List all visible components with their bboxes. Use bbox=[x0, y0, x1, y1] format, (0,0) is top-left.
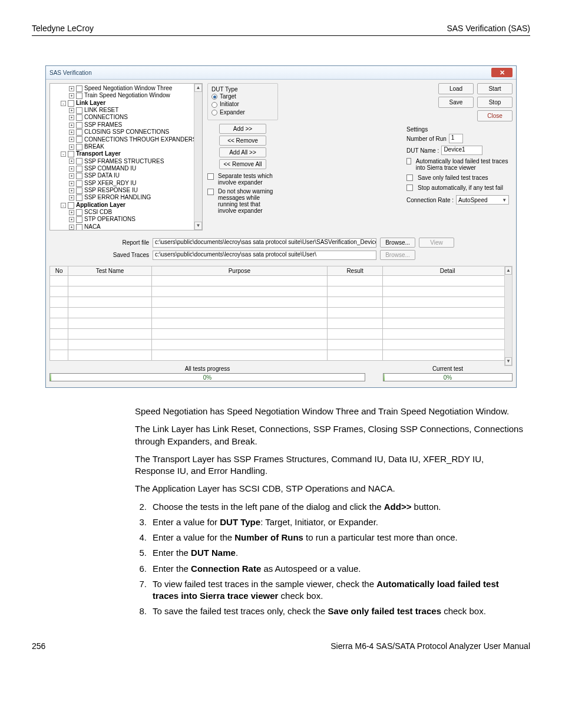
tree-item[interactable]: +NACA bbox=[50, 223, 202, 230]
dut-name-input[interactable]: Device1 bbox=[441, 146, 482, 155]
tree-scrollbar[interactable]: ▲ ▼ bbox=[194, 84, 202, 230]
scroll-up-icon[interactable]: ▲ bbox=[194, 84, 202, 92]
expand-icon[interactable]: + bbox=[69, 93, 74, 98]
save-failed-checkbox[interactable] bbox=[406, 174, 413, 181]
tree-item[interactable]: +SSP DATA IU bbox=[50, 172, 202, 179]
num-run-input[interactable]: 1 bbox=[449, 134, 463, 143]
current-test-label: Current test bbox=[383, 365, 513, 372]
expand-icon[interactable]: + bbox=[69, 115, 74, 120]
tree-checkbox[interactable] bbox=[76, 85, 82, 92]
tree-item[interactable]: -Application Layer bbox=[50, 202, 202, 209]
expand-icon[interactable]: + bbox=[69, 173, 74, 179]
expand-icon[interactable]: + bbox=[69, 181, 74, 186]
tree-checkbox[interactable] bbox=[76, 216, 82, 223]
tree-item[interactable]: +CONNECTIONS bbox=[50, 114, 202, 121]
report-file-input[interactable]: c:\users\public\documents\lecroy\sas sat… bbox=[153, 238, 376, 248]
expand-icon[interactable]: + bbox=[69, 217, 74, 222]
tree-checkbox[interactable] bbox=[68, 202, 74, 209]
tree-item[interactable]: +LINK RESET bbox=[50, 107, 202, 114]
tree-item[interactable]: +CLOSING SSP CONNECTIONS bbox=[50, 129, 202, 136]
tree-checkbox[interactable] bbox=[76, 209, 82, 216]
expand-icon[interactable]: - bbox=[61, 151, 66, 157]
tree-checkbox[interactable] bbox=[76, 122, 82, 129]
option-checkbox[interactable] bbox=[207, 189, 214, 195]
tree-item[interactable]: +SSP XFER_RDY IU bbox=[50, 180, 202, 187]
scroll-down-icon[interactable]: ▼ bbox=[194, 222, 202, 230]
expand-icon[interactable]: - bbox=[61, 203, 66, 208]
expand-icon[interactable]: + bbox=[69, 137, 74, 142]
tree-checkbox[interactable] bbox=[76, 144, 82, 150]
stop-button[interactable]: Stop bbox=[477, 97, 513, 108]
tree-checkbox[interactable] bbox=[76, 173, 82, 179]
report-view-button[interactable]: View bbox=[419, 238, 454, 248]
tree-item[interactable]: +SCSI CDB bbox=[50, 209, 202, 216]
tree-checkbox[interactable] bbox=[76, 195, 82, 201]
tree-checkbox[interactable] bbox=[76, 224, 82, 230]
saved-traces-input[interactable]: c:\users\public\documents\lecroy\sas sat… bbox=[153, 251, 376, 260]
tree-item[interactable]: +BREAK bbox=[50, 143, 202, 150]
conn-rate-dropdown[interactable]: AutoSpeed ▼ bbox=[456, 195, 509, 205]
expand-icon[interactable]: + bbox=[69, 130, 74, 135]
saved-browse-button[interactable]: Browse... bbox=[380, 250, 415, 260]
tree-item[interactable]: +SSP RESPONSE IU bbox=[50, 187, 202, 194]
expand-icon[interactable]: + bbox=[69, 210, 74, 215]
expand-icon[interactable]: + bbox=[69, 123, 74, 128]
radio-target[interactable] bbox=[211, 94, 217, 100]
tree-checkbox[interactable] bbox=[76, 158, 82, 164]
test-tree[interactable]: +Speed Negotiation Window Three+Train Sp… bbox=[49, 83, 203, 230]
page-number: 256 bbox=[32, 641, 45, 651]
tree-item[interactable]: -Transport Layer bbox=[50, 150, 202, 157]
expand-icon[interactable]: + bbox=[69, 188, 74, 193]
scroll-up-icon[interactable]: ▲ bbox=[505, 266, 512, 275]
tree-checkbox[interactable] bbox=[76, 187, 82, 194]
tree-checkbox[interactable] bbox=[76, 129, 82, 136]
scroll-down-icon[interactable]: ▼ bbox=[505, 357, 512, 365]
start-button[interactable]: Start bbox=[477, 83, 513, 94]
load-button[interactable]: Load bbox=[438, 83, 474, 94]
tree-checkbox[interactable] bbox=[76, 93, 82, 99]
expand-icon[interactable]: + bbox=[69, 195, 74, 200]
tree-item[interactable]: +SSP ERROR HANDLING bbox=[50, 194, 202, 201]
tree-checkbox[interactable] bbox=[76, 107, 82, 114]
tree-checkbox[interactable] bbox=[76, 166, 82, 172]
tree-item[interactable]: +Train Speed Negotiation Window bbox=[50, 92, 202, 99]
expand-icon[interactable]: + bbox=[69, 108, 74, 113]
tree-item[interactable]: +SSP FRAMES bbox=[50, 121, 202, 129]
tree-checkbox[interactable] bbox=[76, 136, 82, 143]
report-browse-button[interactable]: Browse... bbox=[380, 238, 415, 248]
table-scrollbar[interactable]: ▲ ▼ bbox=[504, 266, 513, 366]
doc-step: 3.Enter a value for DUT Type: Target, In… bbox=[135, 516, 524, 528]
save-button[interactable]: Save bbox=[438, 97, 474, 108]
transfer-button[interactable]: Add >> bbox=[219, 124, 266, 134]
auto-load-checkbox[interactable] bbox=[406, 158, 411, 164]
option-checkbox[interactable] bbox=[207, 173, 214, 180]
doc-step: 7.To view failed test traces in the samp… bbox=[135, 578, 524, 602]
radio-initiator[interactable] bbox=[211, 102, 217, 108]
table-row bbox=[50, 350, 513, 361]
close-button[interactable]: Close bbox=[477, 110, 513, 121]
tree-checkbox[interactable] bbox=[76, 114, 82, 121]
tree-checkbox[interactable] bbox=[68, 100, 74, 107]
stop-auto-label: Stop automatically, if any test fail bbox=[418, 185, 503, 191]
expand-icon[interactable]: + bbox=[69, 225, 74, 230]
radio-expander[interactable] bbox=[211, 110, 217, 116]
table-row bbox=[50, 297, 513, 308]
transfer-button[interactable]: Add All >> bbox=[219, 147, 266, 157]
tree-checkbox[interactable] bbox=[76, 180, 82, 187]
tree-item[interactable]: +Speed Negotiation Window Three bbox=[50, 85, 202, 92]
close-icon[interactable]: ✕ bbox=[491, 68, 513, 77]
transfer-button[interactable]: << Remove bbox=[219, 136, 266, 146]
tree-item[interactable]: +SSP COMMAND IU bbox=[50, 165, 202, 172]
tree-item[interactable]: +STP OPERATIONS bbox=[50, 216, 202, 223]
expand-icon[interactable]: + bbox=[69, 166, 74, 172]
expand-icon[interactable]: + bbox=[69, 144, 74, 150]
stop-auto-checkbox[interactable] bbox=[406, 185, 413, 191]
tree-item[interactable]: -Link Layer bbox=[50, 100, 202, 107]
expand-icon[interactable]: + bbox=[69, 159, 74, 164]
transfer-button[interactable]: << Remove All bbox=[219, 159, 266, 169]
tree-checkbox[interactable] bbox=[68, 151, 74, 157]
tree-item[interactable]: +SSP FRAMES STRUCTURES bbox=[50, 158, 202, 165]
expand-icon[interactable]: + bbox=[69, 86, 74, 91]
expand-icon[interactable]: - bbox=[61, 101, 66, 106]
tree-item[interactable]: +CONNECTIONS THROUGH EXPANDERS bbox=[50, 136, 202, 143]
